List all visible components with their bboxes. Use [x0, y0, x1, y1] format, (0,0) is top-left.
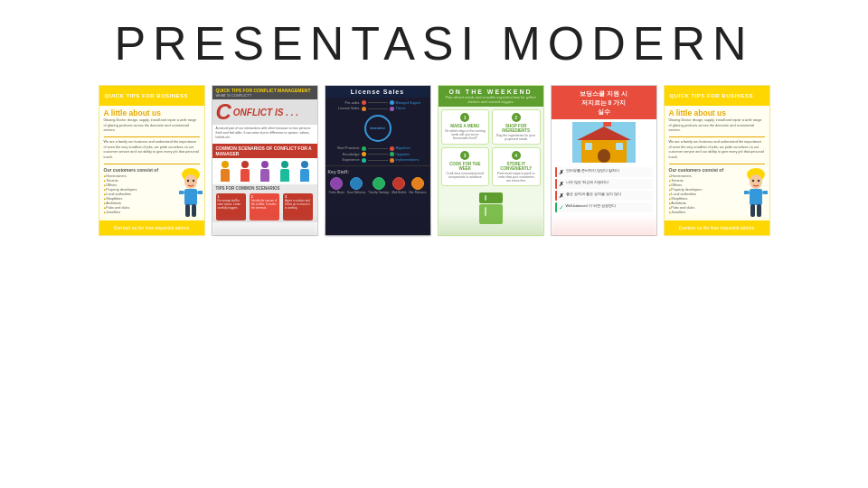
- slide-korean-card: 보딩스쿨 지원 시저지르는 8 가지실수: [551, 85, 657, 236]
- korean-item-1: ✗ 인터뷰를 준비하지 않았다 말하다: [555, 167, 653, 177]
- about-divider-left: [104, 136, 200, 137]
- license-right-4: Upgrades: [396, 153, 428, 156]
- license-center-node: innovative: [364, 115, 392, 142]
- weekend-card-num-2: 2: [512, 113, 521, 122]
- worker-figure-left: [179, 167, 203, 221]
- slide-conflict: QUICK TIPS FOR CONFLICT MANAGEMENT WHAT …: [212, 85, 318, 263]
- conflict-person-5: [300, 161, 309, 182]
- svg-rect-17: [598, 149, 610, 163]
- license-center-section: innovative: [328, 115, 428, 142]
- license-line-3: [368, 148, 388, 149]
- person-head: [261, 161, 269, 168]
- about-title-left: A little about us: [99, 106, 204, 118]
- license-dot-r1: [390, 100, 394, 105]
- weekend-header-bar: ON THE WEEKEND Plan ahead meals and sens…: [439, 86, 543, 107]
- staff-circle: [373, 177, 385, 190]
- license-dot-r5: [390, 158, 394, 163]
- person-head: [222, 161, 229, 168]
- slide-shadow-1: [99, 214, 204, 236]
- svg-rect-29: [762, 191, 768, 194]
- slide-shadow-2: [212, 214, 317, 236]
- person-head: [281, 161, 288, 168]
- license-dot-r2: [390, 107, 394, 111]
- person-body: [221, 169, 230, 182]
- about-top-bar-left-text: QUICK TIPS FOR BUSINESS: [105, 93, 189, 99]
- conflict-person-1: [221, 161, 230, 182]
- conflict-scenarios-bar: COMMON SCENARIOS OF CONFLICT FOR A MANAG…: [212, 144, 317, 158]
- person-body: [260, 169, 269, 182]
- staff-circle: [411, 177, 424, 190]
- weekend-card-2: 2 SHOP FOR INGREDIENTS Buy the ingredien…: [492, 109, 541, 145]
- about-top-bar-right: QUICK TIPS FOR BUSINESS: [665, 86, 769, 106]
- person-body: [300, 169, 309, 182]
- conflict-big-c-section: C ONFLICT IS . . .: [212, 99, 317, 125]
- license-label-5: Experience: [328, 158, 360, 162]
- slide-shadow-6: [665, 214, 769, 236]
- svg-rect-21: [604, 122, 611, 127]
- weekend-card-text-3: Cook time-consuming food components in a…: [445, 172, 486, 179]
- slide-conflict-card: QUICK TIPS FOR CONFLICT MANAGEMENT WHAT …: [212, 85, 318, 236]
- license-row-5: Experience Implementations: [328, 158, 428, 163]
- license-line-1: [368, 102, 388, 103]
- svg-rect-12: [485, 195, 486, 201]
- staff-circle: [392, 177, 405, 190]
- tip-text: Identify the causes of the conflict. Con…: [251, 199, 278, 210]
- svg-rect-27: [750, 189, 762, 205]
- weekend-card-title-2: SHOP FOR INGREDIENTS: [495, 124, 537, 133]
- staff-name: Timothy Santiago: [368, 191, 389, 194]
- korean-icon-2: ✗: [559, 181, 564, 187]
- slide-about-left-card: QUICK TIPS FOR BUSINESS A little about u…: [99, 85, 205, 236]
- license-label-2: License Sales: [328, 107, 360, 110]
- about-divider-left-2: [104, 164, 200, 164]
- license-label-3: Best Practices: [328, 146, 360, 150]
- conflict-header: QUICK TIPS FOR CONFLICT MANAGEMENT WHAT …: [212, 86, 317, 99]
- license-right-1: Managed Support: [396, 101, 428, 105]
- staff-avatar-2: Dave Mahoney: [347, 177, 365, 194]
- svg-rect-28: [744, 191, 750, 194]
- conflict-tips-title: TIPS FOR COMMON SCENARIOS: [216, 186, 314, 191]
- staff-name: Dan Robinson: [409, 191, 426, 194]
- staff-avatar-5: Dan Robinson: [409, 177, 426, 194]
- korean-item-3: ✗ 좋은 성적과 좋은 성격을 갖지 않다: [555, 191, 653, 201]
- staff-name: Dave Mahoney: [347, 191, 365, 194]
- slide-weekend: ON THE WEEKEND Plan ahead meals and sens…: [438, 85, 544, 263]
- korean-item-4: ✓ Well-balanced 가 되면 성공한다: [555, 202, 653, 212]
- staff-avatar-3: Timothy Santiago: [368, 177, 389, 194]
- license-row-3: Best Practices Migrations: [328, 146, 428, 151]
- weekend-card-num-4: 4: [512, 151, 521, 160]
- weekend-title: ON THE WEEKEND: [441, 89, 541, 95]
- korean-text-2: 너무 많은 학교에 지원하다: [566, 181, 609, 185]
- weekend-card-num-1: 1: [460, 113, 469, 122]
- weekend-card-num-3: 3: [460, 151, 469, 160]
- conflict-definition: A natural part of our interactions with …: [212, 125, 317, 142]
- person-head: [301, 161, 308, 168]
- svg-point-2: [184, 174, 197, 189]
- license-dot-3: [362, 146, 366, 151]
- weekend-card-title-3: COOK FOR THE WEEK: [445, 162, 486, 171]
- conflict-c-letter: C: [216, 101, 231, 123]
- conflict-person-3: [260, 161, 269, 182]
- staff-avatar-4: Matt Brinkle: [392, 177, 407, 194]
- svg-point-3: [186, 180, 188, 182]
- korean-school-section: [552, 119, 656, 165]
- conflict-is-text: ONFLICT IS . . .: [233, 108, 298, 117]
- slide-shadow-4: [439, 214, 543, 236]
- about-body-right-2: We are a family run business and underst…: [665, 140, 769, 161]
- weekend-card-text-2: Buy the ingredients for your proposed me…: [495, 134, 537, 141]
- license-label-4: Knowledge: [328, 153, 360, 156]
- korean-text-4: Well-balanced 가 되면 성공한다: [566, 204, 616, 209]
- license-dot-4: [362, 152, 366, 156]
- tip-text: Agree a solution and follow up to ensure…: [285, 199, 311, 210]
- weekend-body-grid: 1 MAKE A MENU On which days in the comin…: [439, 107, 543, 189]
- korean-item-2: ✗ 너무 많은 학교에 지원하다: [555, 179, 653, 189]
- weekend-card-title-1: MAKE A MENU: [445, 124, 486, 128]
- worker-figure-right: [744, 167, 768, 221]
- korean-icon-1: ✗: [559, 169, 564, 175]
- svg-point-26: [757, 180, 759, 182]
- license-line-2: [368, 108, 388, 109]
- weekend-card-text-1: On which days in the coming week will yo…: [445, 129, 486, 140]
- about-body-left-1: Glazing Doctor design, supply, install a…: [99, 118, 204, 134]
- svg-point-24: [750, 174, 762, 189]
- license-right-3: Migrations: [396, 146, 428, 150]
- slides-row: QUICK TIPS FOR BUSINESS A little about u…: [0, 81, 868, 263]
